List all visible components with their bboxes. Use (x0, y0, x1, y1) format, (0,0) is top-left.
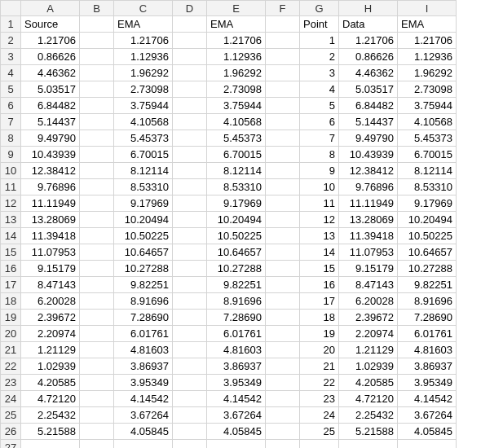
row-header-1[interactable]: 1 (0, 16, 21, 33)
cell-D27[interactable] (173, 440, 207, 448)
cell-E5[interactable]: 2.73098 (207, 81, 266, 98)
cell-D15[interactable] (173, 244, 207, 261)
cell-A22[interactable]: 1.02939 (21, 358, 80, 375)
row-header-21[interactable]: 21 (0, 342, 21, 358)
cell-H13[interactable]: 13.28069 (339, 212, 398, 228)
cell-E25[interactable]: 3.67264 (207, 407, 266, 424)
cell-D11[interactable] (173, 179, 207, 195)
cell-F22[interactable] (266, 358, 300, 375)
cell-E1[interactable]: EMA (207, 16, 266, 33)
cell-I13[interactable]: 10.20494 (398, 212, 457, 228)
row-header-15[interactable]: 15 (0, 244, 21, 261)
cell-B7[interactable] (80, 114, 114, 130)
cell-I26[interactable]: 4.05845 (398, 424, 457, 440)
cell-I24[interactable]: 4.14542 (398, 391, 457, 407)
cell-E24[interactable]: 4.14542 (207, 391, 266, 407)
cell-C1[interactable]: EMA (114, 16, 173, 33)
cell-G15[interactable]: 14 (300, 244, 339, 261)
cell-B5[interactable] (80, 81, 114, 98)
cell-H24[interactable]: 4.72120 (339, 391, 398, 407)
cell-H22[interactable]: 1.02939 (339, 358, 398, 375)
cell-E17[interactable]: 9.82251 (207, 277, 266, 293)
cell-C26[interactable]: 4.05845 (114, 424, 173, 440)
cell-A24[interactable]: 4.72120 (21, 391, 80, 407)
cell-F19[interactable] (266, 310, 300, 326)
cell-H27[interactable] (339, 440, 398, 448)
cell-F7[interactable] (266, 114, 300, 130)
cell-B19[interactable] (80, 310, 114, 326)
cell-E4[interactable]: 1.96292 (207, 65, 266, 81)
cell-H10[interactable]: 12.38412 (339, 163, 398, 179)
cell-F12[interactable] (266, 195, 300, 212)
row-header-11[interactable]: 11 (0, 179, 21, 195)
cell-E7[interactable]: 4.10568 (207, 114, 266, 130)
cell-C5[interactable]: 2.73098 (114, 81, 173, 98)
cell-B20[interactable] (80, 326, 114, 342)
cell-G8[interactable]: 7 (300, 130, 339, 147)
col-header-C[interactable]: C (114, 0, 173, 16)
cell-D13[interactable] (173, 212, 207, 228)
cell-I9[interactable]: 6.70015 (398, 147, 457, 163)
cell-G4[interactable]: 3 (300, 65, 339, 81)
cell-A11[interactable]: 9.76896 (21, 179, 80, 195)
cell-F4[interactable] (266, 65, 300, 81)
cell-E18[interactable]: 8.91696 (207, 293, 266, 310)
cell-H7[interactable]: 5.14437 (339, 114, 398, 130)
cell-B12[interactable] (80, 195, 114, 212)
cell-G27[interactable] (300, 440, 339, 448)
cell-B18[interactable] (80, 293, 114, 310)
row-header-14[interactable]: 14 (0, 228, 21, 244)
cell-A8[interactable]: 9.49790 (21, 130, 80, 147)
cell-E16[interactable]: 10.27288 (207, 261, 266, 277)
cell-E6[interactable]: 3.75944 (207, 98, 266, 114)
cell-A10[interactable]: 12.38412 (21, 163, 80, 179)
cell-E26[interactable]: 4.05845 (207, 424, 266, 440)
row-header-17[interactable]: 17 (0, 277, 21, 293)
cell-H19[interactable]: 2.39672 (339, 310, 398, 326)
cell-H16[interactable]: 9.15179 (339, 261, 398, 277)
cell-C22[interactable]: 3.86937 (114, 358, 173, 375)
cell-F2[interactable] (266, 33, 300, 49)
cell-G23[interactable]: 22 (300, 375, 339, 391)
cell-C3[interactable]: 1.12936 (114, 49, 173, 65)
cell-A21[interactable]: 1.21129 (21, 342, 80, 358)
cell-D10[interactable] (173, 163, 207, 179)
select-all-corner[interactable] (0, 0, 21, 16)
cell-I7[interactable]: 4.10568 (398, 114, 457, 130)
cell-B11[interactable] (80, 179, 114, 195)
cell-A27[interactable] (21, 440, 80, 448)
cell-I22[interactable]: 3.86937 (398, 358, 457, 375)
cell-I12[interactable]: 9.17969 (398, 195, 457, 212)
cell-E3[interactable]: 1.12936 (207, 49, 266, 65)
cell-G25[interactable]: 24 (300, 407, 339, 424)
row-header-2[interactable]: 2 (0, 33, 21, 49)
cell-C17[interactable]: 9.82251 (114, 277, 173, 293)
cell-D6[interactable] (173, 98, 207, 114)
cell-H11[interactable]: 9.76896 (339, 179, 398, 195)
cell-E21[interactable]: 4.81603 (207, 342, 266, 358)
cell-C9[interactable]: 6.70015 (114, 147, 173, 163)
cell-I8[interactable]: 5.45373 (398, 130, 457, 147)
cell-C4[interactable]: 1.96292 (114, 65, 173, 81)
cell-H23[interactable]: 4.20585 (339, 375, 398, 391)
cell-G2[interactable]: 1 (300, 33, 339, 49)
cell-F10[interactable] (266, 163, 300, 179)
cell-G7[interactable]: 6 (300, 114, 339, 130)
row-header-16[interactable]: 16 (0, 261, 21, 277)
cell-D17[interactable] (173, 277, 207, 293)
col-header-B[interactable]: B (80, 0, 114, 16)
cell-B15[interactable] (80, 244, 114, 261)
row-header-6[interactable]: 6 (0, 98, 21, 114)
cell-I11[interactable]: 8.53310 (398, 179, 457, 195)
col-header-E[interactable]: E (207, 0, 266, 16)
cell-A5[interactable]: 5.03517 (21, 81, 80, 98)
cell-F18[interactable] (266, 293, 300, 310)
cell-H1[interactable]: Data (339, 16, 398, 33)
cell-C2[interactable]: 1.21706 (114, 33, 173, 49)
row-header-27[interactable]: 27 (0, 440, 21, 448)
cell-C6[interactable]: 3.75944 (114, 98, 173, 114)
cell-G14[interactable]: 13 (300, 228, 339, 244)
row-header-7[interactable]: 7 (0, 114, 21, 130)
cell-B26[interactable] (80, 424, 114, 440)
cell-E15[interactable]: 10.64657 (207, 244, 266, 261)
